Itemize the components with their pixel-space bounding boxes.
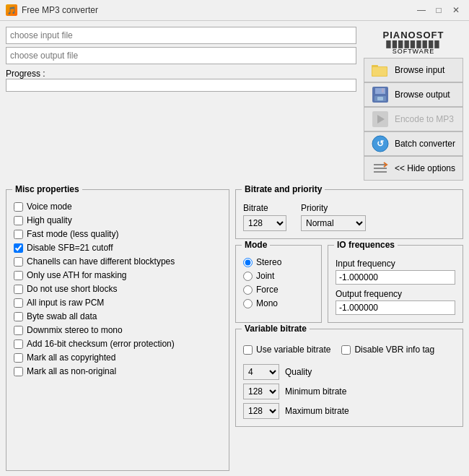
disk-save-icon [372,86,389,103]
mode-label-mono: Mono [256,298,278,308]
misc-checkbox-cb6[interactable] [14,271,23,280]
misc-legend: Misc properties [12,184,82,194]
disable-vbr-checkbox[interactable] [341,345,351,355]
priority-label: Priority [301,203,366,213]
bitrate-panel: Bitrate and priority Bitrate 12864961601… [235,189,463,239]
misc-checkbox-label-cb8: All input is raw PCM [27,298,104,308]
misc-checkbox-label-cb9: Byte swab all data [27,311,97,321]
progress-bar [6,79,356,92]
misc-checkbox-label-cb7: Do not use short blocks [27,284,117,294]
misc-checkbox-label-cb2: High quality [27,215,72,225]
misc-checkbox-cb1[interactable] [14,202,23,212]
input-file-field[interactable] [6,27,356,44]
misc-checkbox-cb8[interactable] [14,298,23,308]
svg-rect-7 [377,97,383,100]
misc-checkbox-label-cb10: Downmix stereo to mono [27,325,123,335]
vbr-legend: Variable bitrate [242,324,310,334]
progress-label: Progress : [6,69,45,79]
output-freq-field[interactable] [336,300,455,315]
mode-radio-mono[interactable] [243,299,253,308]
disable-vbr-label: Disable VBR info tag [354,345,434,355]
priority-col: Priority NormalLowHigh [301,203,366,231]
misc-checkbox-label-cb1: Voice mode [27,202,72,212]
mode-label-joint: Joint [256,271,274,281]
encode-icon [372,111,389,128]
batch-icon: ↺ [372,135,389,152]
app-icon: 🎵 [6,4,17,16]
misc-checkbox-cb9[interactable] [14,312,23,321]
misc-checkbox-row: Disable SFB=21 cutoff [14,243,222,253]
max-bitrate-label: Maximum bitrate [285,406,349,416]
logo-area: PIANOSOFT █████████ SOFTWARE [364,27,463,58]
min-bitrate-select[interactable]: 1286496160192256320 [243,384,279,399]
misc-checkbox-label-cb13: Mark all as non-original [27,366,116,376]
browse-input-button[interactable]: Browse input [364,58,463,82]
misc-checkbox-cb13[interactable] [14,367,23,376]
minimize-button[interactable]: — [414,4,429,16]
top-area: Progress : PIANOSOFT █████████ SOFTWARE [6,27,463,181]
misc-checkbox-cb10[interactable] [14,326,23,335]
bitrate-legend: Bitrate and priority [242,184,325,194]
browse-input-label: Browse input [395,65,444,75]
window-controls: — □ ✕ [414,4,463,16]
main-content: Progress : PIANOSOFT █████████ SOFTWARE [0,21,469,476]
misc-checkbox-cb2[interactable] [14,216,23,225]
close-button[interactable]: ✕ [449,4,463,16]
quality-label: Quality [285,367,312,377]
use-vbr-label: Use variable bitrate [256,345,330,355]
misc-checkbox-cb5[interactable] [14,257,23,267]
vbr-panel: Variable bitrate Use variable bitrate Di… [235,329,463,427]
mode-legend: Mode [242,240,270,250]
misc-checkbox-cb4[interactable] [14,243,23,253]
vbr-quality-row: 4123567 Quality [243,364,455,380]
file-inputs-area: Progress : [6,27,356,181]
misc-checkboxes-container: Voice modeHigh qualityFast mode (less qu… [14,202,222,376]
output-freq-label: Output frequency [336,289,455,299]
batch-label: Batch converter [395,139,455,149]
bitrate-label: Bitrate [243,203,286,213]
max-bitrate-select[interactable]: 1286496160192256320 [243,403,279,419]
min-bitrate-row: 1286496160192256320 Minimum bitrate [243,384,455,399]
hide-options-button[interactable]: << Hide options [364,156,463,181]
use-vbr-row: Use variable bitrate [243,345,330,355]
maximize-button[interactable]: □ [431,4,446,16]
use-vbr-checkbox[interactable] [243,345,253,355]
logo-sub: █████████ [369,40,457,48]
output-file-field[interactable] [6,47,356,64]
misc-checkbox-row: Add 16-bit checksum (error protection) [14,339,222,349]
vbr-top-row: Use variable bitrate Disable VBR info ta… [243,341,455,358]
misc-checkbox-cb12[interactable] [14,353,23,363]
io-freq-panel: IO frequences Input frequency Output fre… [328,245,463,323]
misc-checkbox-label-cb11: Add 16-bit checksum (error protection) [27,339,175,349]
mode-radio-force[interactable] [243,285,253,295]
encode-button[interactable]: Encode to MP3 [364,107,463,131]
misc-checkbox-row: High quality [14,215,222,225]
batch-converter-button[interactable]: ↺ Batch converter [364,131,463,156]
mode-radio-joint[interactable] [243,272,253,281]
mode-panel: Mode StereoJointForceMono [235,245,322,323]
misc-checkbox-row: Mark all as copyrighted [14,352,222,363]
right-top-col: PIANOSOFT █████████ SOFTWARE Browse inpu… [364,27,463,181]
misc-checkbox-row: All input is raw PCM [14,298,222,308]
mode-radio-row-force: Force [243,285,314,295]
mode-radio-row-joint: Joint [243,271,314,281]
misc-checkbox-label-cb6: Only use ATH for masking [27,270,127,280]
mode-radio-row-stereo: Stereo [243,257,314,267]
misc-checkbox-row: Voice mode [14,202,222,212]
misc-checkbox-row: Do not use short blocks [14,284,222,294]
browse-output-button[interactable]: Browse output [364,82,463,107]
input-freq-field[interactable] [336,270,455,285]
misc-checkbox-cb3[interactable] [14,230,23,239]
misc-checkbox-row: Chanells can have different blocktypes [14,256,222,267]
misc-checkbox-row: Byte swab all data [14,311,222,321]
mode-radio-stereo[interactable] [243,258,253,267]
mode-label-force: Force [256,285,279,295]
misc-checkbox-cb7[interactable] [14,285,23,294]
svg-rect-5 [382,88,384,92]
misc-checkbox-cb11[interactable] [14,339,23,349]
right-panels: Bitrate and priority Bitrate 12864961601… [235,189,463,471]
priority-select[interactable]: NormalLowHigh [301,215,366,231]
quality-select[interactable]: 4123567 [243,364,279,380]
hide-icon [372,160,389,177]
bitrate-select[interactable]: 1286496160192256320 [243,215,286,231]
